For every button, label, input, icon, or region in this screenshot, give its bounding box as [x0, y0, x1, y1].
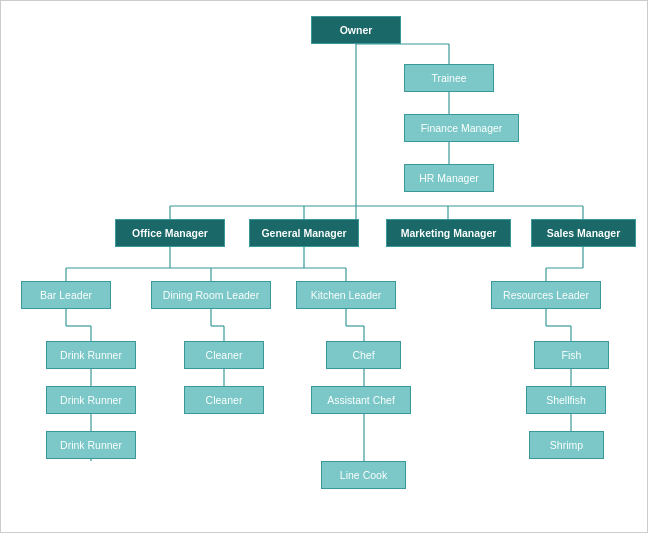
- node-hr_manager: HR Manager: [404, 164, 494, 192]
- node-cleaner2: Cleaner: [184, 386, 264, 414]
- node-general_manager: General Manager: [249, 219, 359, 247]
- node-fish: Fish: [534, 341, 609, 369]
- node-sales_manager: Sales Manager: [531, 219, 636, 247]
- node-kitchen_leader: Kitchen Leader: [296, 281, 396, 309]
- node-cleaner1: Cleaner: [184, 341, 264, 369]
- node-chef: Chef: [326, 341, 401, 369]
- node-owner: Owner: [311, 16, 401, 44]
- node-bar_leader: Bar Leader: [21, 281, 111, 309]
- node-shrimp: Shrimp: [529, 431, 604, 459]
- node-dining_room_leader: Dining Room Leader: [151, 281, 271, 309]
- node-line_cook: Line Cook: [321, 461, 406, 489]
- org-chart: OwnerTraineeFinance ManagerHR ManagerOff…: [0, 0, 648, 533]
- node-drink_runner1: Drink Runner: [46, 341, 136, 369]
- node-assistant_chef: Assistant Chef: [311, 386, 411, 414]
- node-office_manager: Office Manager: [115, 219, 225, 247]
- node-marketing_manager: Marketing Manager: [386, 219, 511, 247]
- node-resources_leader: Resources Leader: [491, 281, 601, 309]
- node-shellfish: Shellfish: [526, 386, 606, 414]
- node-drink_runner3: Drink Runner: [46, 431, 136, 459]
- node-finance_manager: Finance Manager: [404, 114, 519, 142]
- node-drink_runner2: Drink Runner: [46, 386, 136, 414]
- node-trainee: Trainee: [404, 64, 494, 92]
